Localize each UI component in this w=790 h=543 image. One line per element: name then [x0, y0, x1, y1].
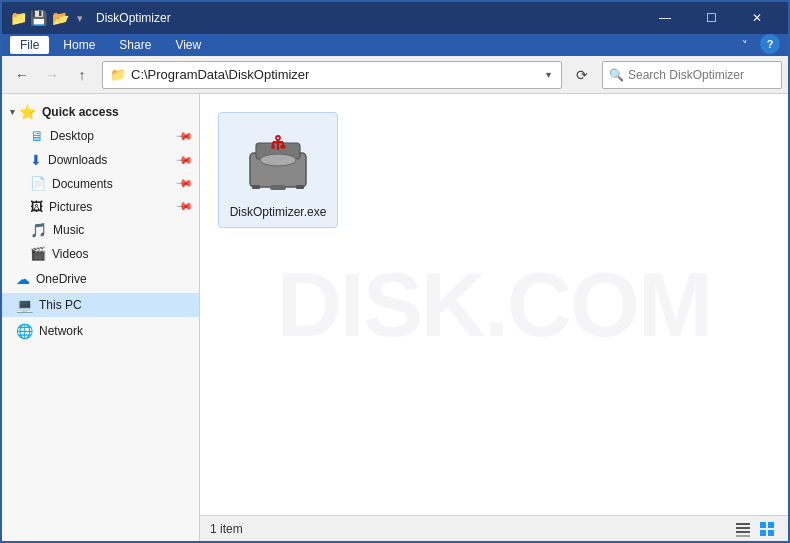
this-pc-label: This PC	[39, 298, 82, 312]
sidebar-item-onedrive[interactable]: ☁ OneDrive	[2, 267, 199, 291]
svg-point-10	[276, 136, 280, 140]
nav-bar: ← → ↑ 📁 C:\ProgramData\DiskOptimizer ▾ ⟳…	[2, 56, 788, 94]
svg-rect-11	[252, 185, 260, 189]
sidebar: ▾ ⭐ Quick access 🖥 Desktop 📌 ⬇ Downloads…	[2, 94, 200, 541]
svg-rect-15	[736, 531, 750, 533]
sidebar-item-documents[interactable]: 📄 Documents 📌	[2, 172, 199, 195]
title-bar-icons: 📁 💾 📂 ▾	[10, 10, 88, 26]
downloads-icon: ⬇	[30, 152, 42, 168]
svg-rect-13	[736, 523, 750, 525]
onedrive-icon: ☁	[16, 271, 30, 287]
quick-access-star-icon: ⭐	[19, 104, 36, 120]
ribbon-collapse-button[interactable]: ˅	[734, 34, 756, 56]
address-bar[interactable]: 📁 C:\ProgramData\DiskOptimizer ▾	[102, 61, 562, 89]
search-bar[interactable]: 🔍	[602, 61, 782, 89]
svg-rect-18	[768, 522, 774, 528]
quick-access-section: ▾ ⭐ Quick access 🖥 Desktop 📌 ⬇ Downloads…	[2, 100, 199, 265]
file-item-diskoptimizer[interactable]: DiskOptimizer.exe	[218, 112, 338, 228]
quick-access-chevron: ▾	[10, 107, 15, 117]
network-label: Network	[39, 324, 83, 338]
documents-pin-icon: 📌	[174, 174, 193, 193]
watermark: DISK.COM	[277, 253, 711, 356]
sidebar-item-network[interactable]: 🌐 Network	[2, 319, 199, 343]
window-title: DiskOptimizer	[96, 11, 642, 25]
status-bar: 1 item	[200, 515, 788, 541]
up-button[interactable]: ↑	[68, 61, 96, 89]
videos-icon: 🎬	[30, 246, 46, 261]
minimize-button[interactable]: —	[642, 2, 688, 34]
pictures-label: Pictures	[49, 200, 92, 214]
title-dropdown-icon[interactable]: ▾	[72, 10, 88, 26]
svg-rect-19	[760, 530, 766, 536]
window-controls: — ☐ ✕	[642, 2, 780, 34]
svg-rect-16	[736, 535, 750, 537]
quick-access-label: Quick access	[42, 105, 119, 119]
list-view-button[interactable]	[732, 518, 754, 540]
pictures-icon: 🖼	[30, 199, 43, 214]
svg-rect-20	[768, 530, 774, 536]
sidebar-item-pictures[interactable]: 🖼 Pictures 📌	[2, 195, 199, 218]
address-folder-icon: 📁	[109, 67, 127, 83]
title-folder2-icon: 📂	[52, 10, 68, 26]
status-bar-right	[732, 518, 778, 540]
svg-point-2	[260, 154, 296, 166]
svg-rect-17	[760, 522, 766, 528]
desktop-pin-icon: 📌	[174, 126, 193, 145]
menu-share[interactable]: Share	[109, 36, 161, 54]
videos-label: Videos	[52, 247, 88, 261]
diskoptimizer-exe-icon	[238, 121, 318, 201]
menu-bar: File Home Share View ˅ ?	[2, 34, 788, 56]
music-label: Music	[53, 223, 84, 237]
network-icon: 🌐	[16, 323, 33, 339]
onedrive-section: ☁ OneDrive	[2, 267, 199, 291]
back-button[interactable]: ←	[8, 61, 36, 89]
music-icon: 🎵	[30, 222, 47, 238]
sidebar-item-this-pc[interactable]: 💻 This PC	[2, 293, 199, 317]
sidebar-item-downloads[interactable]: ⬇ Downloads 📌	[2, 148, 199, 172]
search-icon: 🔍	[609, 68, 624, 82]
diskoptimizer-exe-label: DiskOptimizer.exe	[230, 205, 327, 219]
item-count: 1 item	[210, 522, 243, 536]
sidebar-item-desktop[interactable]: 🖥 Desktop 📌	[2, 124, 199, 148]
sidebar-item-videos[interactable]: 🎬 Videos	[2, 242, 199, 265]
menu-home[interactable]: Home	[53, 36, 105, 54]
address-text: C:\ProgramData\DiskOptimizer	[131, 67, 542, 82]
file-content: DISK.COM	[200, 94, 788, 515]
forward-button: →	[38, 61, 66, 89]
refresh-button[interactable]: ⟳	[568, 61, 596, 89]
desktop-icon: 🖥	[30, 128, 44, 144]
documents-label: Documents	[52, 177, 113, 191]
menu-file[interactable]: File	[10, 36, 49, 54]
downloads-label: Downloads	[48, 153, 107, 167]
file-area: DISK.COM	[200, 94, 788, 541]
help-button[interactable]: ?	[760, 34, 780, 54]
onedrive-label: OneDrive	[36, 272, 87, 286]
file-items: DiskOptimizer.exe	[210, 104, 778, 236]
this-pc-icon: 💻	[16, 297, 33, 313]
sidebar-item-music[interactable]: 🎵 Music	[2, 218, 199, 242]
svg-rect-3	[270, 185, 286, 190]
menu-view[interactable]: View	[165, 36, 211, 54]
desktop-label: Desktop	[50, 129, 94, 143]
title-folder-icon: 📁	[10, 10, 26, 26]
maximize-button[interactable]: ☐	[688, 2, 734, 34]
menu-bar-right: ˅ ?	[734, 34, 780, 56]
title-bar: 📁 💾 📂 ▾ DiskOptimizer — ☐ ✕	[2, 2, 788, 34]
close-button[interactable]: ✕	[734, 2, 780, 34]
large-icons-view-button[interactable]	[756, 518, 778, 540]
svg-rect-12	[296, 185, 304, 189]
documents-icon: 📄	[30, 176, 46, 191]
address-dropdown-button[interactable]: ▾	[542, 69, 555, 80]
network-section: 🌐 Network	[2, 319, 199, 343]
pictures-pin-icon: 📌	[174, 197, 193, 216]
svg-rect-9	[281, 145, 286, 149]
downloads-pin-icon: 📌	[174, 150, 193, 169]
svg-point-8	[271, 145, 275, 149]
this-pc-section: 💻 This PC	[2, 293, 199, 317]
explorer-window: 📁 💾 📂 ▾ DiskOptimizer — ☐ ✕ File Home Sh…	[0, 0, 790, 543]
quick-access-header[interactable]: ▾ ⭐ Quick access	[2, 100, 199, 124]
svg-rect-14	[736, 527, 750, 529]
title-save-icon: 💾	[30, 10, 46, 26]
main-area: ▾ ⭐ Quick access 🖥 Desktop 📌 ⬇ Downloads…	[2, 94, 788, 541]
search-input[interactable]	[628, 68, 778, 82]
